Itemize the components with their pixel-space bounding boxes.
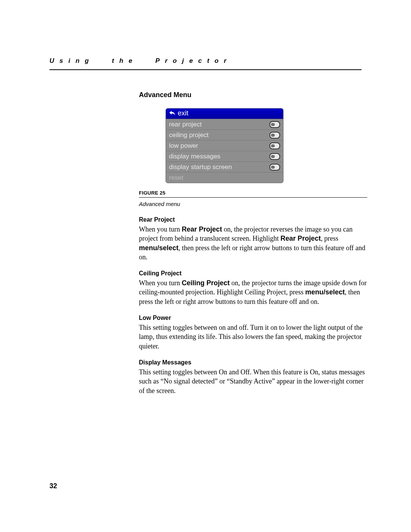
menu-item-display-messages[interactable]: display messages [166,151,283,161]
menu-item-display-startup-screen[interactable]: display startup screen [166,161,283,172]
toggle-icon [269,153,280,160]
page-number: 32 [49,482,57,490]
figure-label: Figure 25 [139,190,367,198]
menu-item-low-power[interactable]: low power [166,140,283,151]
menu-item-exit[interactable]: exit [166,109,283,119]
menu-item-label: display messages [169,153,220,160]
toggle-icon [269,132,280,139]
back-arrow-icon [169,110,176,118]
body-column: Advanced Menu exit rear project ceilin [139,91,367,395]
figure-caption: Advanced menu [139,201,367,207]
toggle-icon [269,142,280,149]
menu-item-label: rear project [169,121,202,128]
menu-item-ceiling-project[interactable]: ceiling project [166,129,283,140]
menu-item-reset[interactable]: reset [166,172,283,183]
menu-item-label: ceiling project [169,131,209,139]
toggle-icon [269,164,280,171]
running-head: Using the Projector [49,57,362,70]
advanced-menu-screenshot: exit rear project ceiling project low po… [166,108,284,183]
heading-display-messages: Display Messages [139,359,367,366]
menu-item-rear-project[interactable]: rear project [166,119,283,129]
paragraph-rear-project: When you turn Rear Project on, the proje… [139,225,367,262]
menu-item-label: low power [169,142,198,150]
heading-rear-project: Rear Project [139,216,367,223]
paragraph-ceiling-project: When you turn Ceiling Project on, the pr… [139,278,367,306]
paragraph-display-messages: This setting toggles between On and Off.… [139,367,367,395]
heading-low-power: Low Power [139,315,367,321]
heading-ceiling-project: Ceiling Project [139,270,367,277]
menu-item-label: display startup screen [169,163,232,171]
section-title: Advanced Menu [139,91,367,99]
page: Using the Projector Advanced Menu exit r… [0,0,411,532]
menu-item-label: reset [169,174,183,182]
menu-item-label: exit [178,109,188,117]
toggle-icon [269,121,280,128]
paragraph-low-power: This setting toggles between on and off.… [139,323,367,351]
